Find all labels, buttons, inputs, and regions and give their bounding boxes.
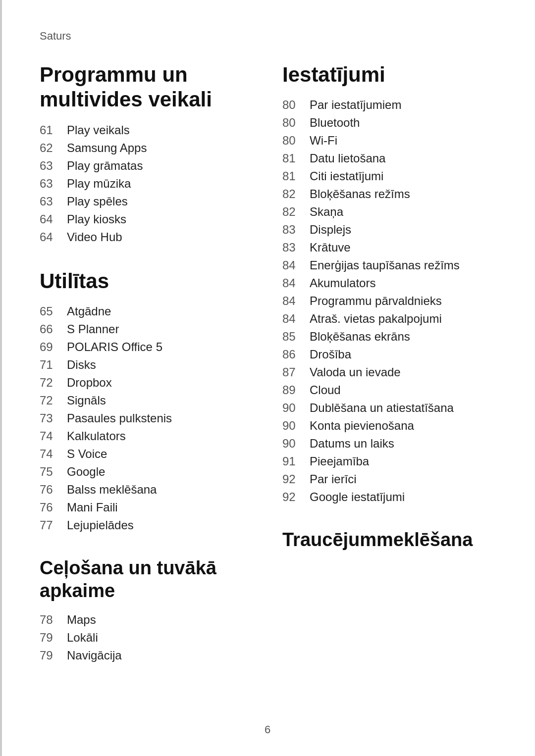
toc-text: Citi iestatījumi: [310, 169, 383, 183]
toc-text: Cloud: [310, 383, 341, 397]
section-traucejummeklesana: Traucējummeklēšana: [282, 529, 495, 552]
toc-number: 63: [40, 177, 67, 191]
toc-number: 74: [40, 447, 67, 461]
toc-text: Play spēles: [67, 195, 128, 208]
toc-text: Signāls: [67, 394, 106, 407]
toc-number: 64: [40, 230, 67, 244]
toc-item: 87Valoda un ievade: [282, 365, 495, 379]
toc-number: 78: [40, 613, 67, 627]
toc-number: 90: [282, 419, 310, 433]
toc-item: 63Play mūzika: [40, 177, 253, 191]
toc-number: 90: [282, 401, 310, 415]
toc-text: Play grāmatas: [67, 159, 143, 173]
header-label: Saturs: [40, 30, 495, 43]
toc-item: 90Dublēšana un atiestatīšana: [282, 401, 495, 415]
toc-text: Wi-Fi: [310, 134, 337, 148]
toc-text: Lokāli: [67, 631, 98, 645]
toc-item: 71Disks: [40, 358, 253, 372]
toc-number: 92: [282, 490, 310, 504]
toc-item: 64Video Hub: [40, 230, 253, 244]
toc-item: 92Par ierīci: [282, 472, 495, 486]
toc-item: 66S Planner: [40, 322, 253, 336]
page-number: 6: [265, 723, 270, 736]
toc-number: 81: [282, 151, 310, 165]
toc-item: 83Displejs: [282, 223, 495, 237]
toc-number: 84: [282, 258, 310, 272]
toc-text: Pasaules pulkstenis: [67, 411, 172, 425]
toc-item: 76Mani Faili: [40, 501, 253, 514]
toc-number: 80: [282, 116, 310, 130]
toc-item: 90Datums un laiks: [282, 437, 495, 451]
toc-text: Datu lietošana: [310, 151, 385, 165]
toc-item: 81Datu lietošana: [282, 151, 495, 165]
toc-item: 62Samsung Apps: [40, 141, 253, 155]
toc-number: 75: [40, 465, 67, 479]
toc-item: 84Atraš. vietas pakalpojumi: [282, 312, 495, 326]
left-border: [0, 0, 2, 756]
toc-number: 69: [40, 340, 67, 354]
toc-item: 85Bloķēšanas ekrāns: [282, 330, 495, 344]
toc-text: S Voice: [67, 447, 107, 461]
toc-item: 74Kalkulators: [40, 429, 253, 443]
toc-item: 78Maps: [40, 613, 253, 627]
toc-item: 80Par iestatījumiem: [282, 98, 495, 112]
toc-text: Maps: [67, 613, 96, 627]
toc-number: 79: [40, 649, 67, 662]
toc-text: Bloķēšanas režīms: [310, 187, 410, 201]
toc-item: 90Konta pievienošana: [282, 419, 495, 433]
section-title-iestatijumi: Iestatījumi: [282, 62, 495, 87]
toc-text: Skaņa: [310, 205, 343, 219]
toc-text: Play mūzika: [67, 177, 131, 191]
section-utilitas: Utilītas 65Atgādne 66S Planner 69POLARIS…: [40, 269, 253, 532]
toc-number: 82: [282, 205, 310, 219]
toc-text: Google iestatījumi: [310, 490, 405, 504]
toc-item: 61Play veikals: [40, 123, 253, 137]
toc-number: 80: [282, 98, 310, 112]
toc-item: 69POLARIS Office 5: [40, 340, 253, 354]
two-column-layout: Programmu un multivides veikali 61Play v…: [40, 62, 495, 687]
toc-text: Navigācija: [67, 649, 122, 662]
toc-text: Atraš. vietas pakalpojumi: [310, 312, 442, 326]
toc-text: Enerģijas taupīšanas režīms: [310, 258, 460, 272]
section-iestatijumi: Iestatījumi 80Par iestatījumiem 80Blueto…: [282, 62, 495, 504]
toc-number: 84: [282, 276, 310, 290]
toc-item: 84Enerģijas taupīšanas režīms: [282, 258, 495, 272]
toc-text: Valoda un ievade: [310, 365, 401, 379]
toc-text: Pieejamība: [310, 454, 369, 468]
toc-item: 86Drošība: [282, 348, 495, 361]
toc-text: Play kiosks: [67, 212, 126, 226]
toc-item: 80Bluetooth: [282, 116, 495, 130]
toc-number: 91: [282, 454, 310, 468]
toc-number: 90: [282, 437, 310, 451]
toc-list-utilitas: 65Atgādne 66S Planner 69POLARIS Office 5…: [40, 304, 253, 532]
toc-item: 79Navigācija: [40, 649, 253, 662]
toc-number: 84: [282, 294, 310, 308]
toc-item: 75Google: [40, 465, 253, 479]
toc-item: 80Wi-Fi: [282, 134, 495, 148]
toc-item: 82Skaņa: [282, 205, 495, 219]
toc-number: 80: [282, 134, 310, 148]
toc-text: S Planner: [67, 322, 119, 336]
toc-number: 64: [40, 212, 67, 226]
toc-item: 89Cloud: [282, 383, 495, 397]
toc-item: 77Lejupielādes: [40, 518, 253, 532]
toc-text: Google: [67, 465, 105, 479]
toc-text: Par iestatījumiem: [310, 98, 401, 112]
toc-text: POLARIS Office 5: [67, 340, 162, 354]
toc-text: Play veikals: [67, 123, 130, 137]
section-title-traucejummeklesana: Traucējummeklēšana: [282, 529, 495, 552]
toc-item: 84Akumulators: [282, 276, 495, 290]
toc-item: 63Play grāmatas: [40, 159, 253, 173]
toc-item: 72Dropbox: [40, 376, 253, 390]
section-title-programmu: Programmu un multivides veikali: [40, 62, 253, 112]
toc-text: Displejs: [310, 223, 351, 237]
toc-text: Datums un laiks: [310, 437, 394, 451]
toc-item: 84Programmu pārvaldnieks: [282, 294, 495, 308]
toc-number: 63: [40, 195, 67, 208]
toc-text: Programmu pārvaldnieks: [310, 294, 442, 308]
toc-text: Par ierīci: [310, 472, 357, 486]
toc-item: 83Krātuve: [282, 241, 495, 254]
toc-list-iestatijumi: 80Par iestatījumiem 80Bluetooth 80Wi-Fi …: [282, 98, 495, 504]
toc-text: Disks: [67, 358, 96, 372]
toc-number: 72: [40, 376, 67, 390]
